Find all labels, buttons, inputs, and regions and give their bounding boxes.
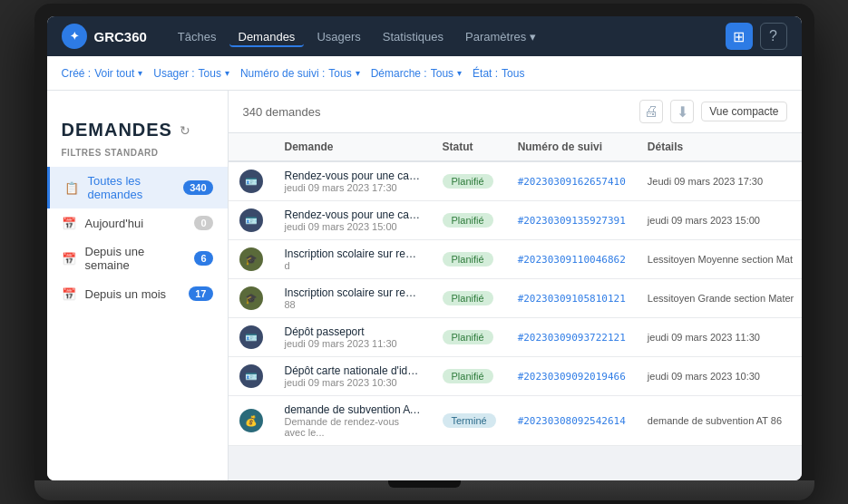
row-demand-cell: demande de subvention AT... Demande de r…	[274, 396, 432, 446]
row-detail-cell: demande de subvention AT 86	[637, 396, 802, 446]
demand-date: jeudi 09 mars 2023 11:30	[285, 338, 421, 349]
sidebar-item-today[interactable]: 📅 Aujourd'hui 0	[47, 208, 228, 237]
help-button[interactable]: ?	[760, 23, 787, 50]
table-row[interactable]: 💰 demande de subvention AT... Demande de…	[229, 396, 802, 446]
sidebar-item-month-label: Depuis un mois	[85, 287, 167, 301]
row-demand-cell: Inscription scolaire sur ren... 88	[274, 279, 432, 318]
compact-view-button[interactable]: Vue compacte	[701, 102, 786, 121]
sidebar-item-week-label: Depuis une semaine	[85, 245, 186, 272]
refresh-icon[interactable]: ↻	[180, 123, 190, 138]
tracking-number: #20230309135927391	[518, 215, 626, 227]
status-badge: Terminé	[443, 413, 496, 428]
table-row[interactable]: 🪪 Dépôt carte nationale d'ide... jeudi 0…	[229, 357, 802, 396]
row-detail-cell: Lessitoyen Moyenne section Mat	[637, 240, 802, 279]
sidebar-badge-month: 17	[189, 286, 212, 301]
nav-menu: Tâches Demandes Usagers Statistiques Par…	[169, 26, 704, 47]
sidebar-item-today-label: Aujourd'hui	[85, 217, 144, 230]
nav-taches[interactable]: Tâches	[169, 26, 226, 47]
tracking-number: #20230309110046862	[518, 254, 626, 266]
row-type-icon: 🎓	[239, 286, 263, 310]
row-type-icon: 💰	[239, 409, 263, 432]
tracking-number: #20230308092542614	[518, 415, 626, 427]
download-button[interactable]: ⬇	[670, 100, 694, 123]
print-button[interactable]: 🖨	[639, 100, 663, 123]
filter-numero[interactable]: Numéro de suivi : Tous ▾	[240, 67, 360, 80]
detail-text: jeudi 09 mars 2023 10:30	[648, 371, 760, 382]
content-actions: 🖨 ⬇ Vue compacte	[639, 100, 786, 123]
row-tracking-cell: #20230309105810121	[507, 279, 637, 318]
row-tracking-cell: #20230309093722121	[507, 318, 637, 357]
sidebar-badge-all: 340	[183, 180, 212, 195]
col-demande: Demande	[274, 133, 432, 161]
row-demand-cell: Rendez-vous pour une cart... jeudi 09 ma…	[274, 161, 432, 201]
col-details: Détails	[637, 133, 802, 161]
nav-statistiques[interactable]: Statistiques	[374, 26, 453, 47]
brand-logo[interactable]: ✦ GRC360	[62, 24, 147, 49]
row-tracking-cell: #20230309110046862	[507, 240, 637, 279]
row-status-cell: Planifié	[432, 318, 507, 357]
table-row[interactable]: 🪪 Dépôt passeport jeudi 09 mars 2023 11:…	[229, 318, 802, 357]
page-title: DEMANDES	[62, 120, 172, 141]
table-row[interactable]: 🪪 Rendez-vous pour une cart... jeudi 09 …	[229, 161, 802, 201]
status-badge: Planifié	[443, 330, 493, 344]
filter-usager[interactable]: Usager : Tous ▾	[153, 67, 229, 80]
sidebar-item-all[interactable]: 📋 Toutes les demandes 340	[47, 167, 228, 208]
col-statut: Statut	[432, 133, 507, 161]
demand-name: Rendez-vous pour une cart...	[285, 208, 421, 221]
demarche-arrow-icon: ▾	[457, 68, 462, 78]
table-row[interactable]: 🪪 Rendez-vous pour une cart... jeudi 09 …	[229, 201, 802, 240]
row-detail-cell: Jeudi 09 mars 2023 17:30	[637, 161, 802, 201]
laptop-notch	[388, 480, 461, 488]
table-row[interactable]: 🎓 Inscription scolaire sur ren... 88 Pla…	[229, 279, 802, 318]
tracking-number: #20230309092019466	[518, 371, 626, 383]
status-badge: Planifié	[443, 252, 493, 267]
usager-arrow-icon: ▾	[225, 68, 229, 78]
tracking-number: #20230309105810121	[518, 293, 626, 305]
sidebar-item-month[interactable]: 📅 Depuis un mois 17	[47, 279, 228, 308]
demand-name: Dépôt passeport	[285, 325, 421, 338]
table-row[interactable]: 🎓 Inscription scolaire sur ren... d Plan…	[229, 240, 802, 279]
topnav-right: ⊞ ?	[726, 23, 787, 50]
month-icon: 📅	[62, 287, 76, 301]
today-icon: 📅	[62, 217, 76, 230]
sidebar-badge-week: 6	[194, 251, 212, 266]
row-status-cell: Planifié	[432, 357, 507, 396]
tracking-number: #20230309162657410	[518, 176, 626, 188]
nav-parametres[interactable]: Paramètres ▾	[456, 26, 545, 47]
row-status-cell: Planifié	[432, 279, 507, 318]
demands-table: Demande Statut Numéro de suivi Détails 🪪…	[229, 133, 802, 446]
row-demand-cell: Inscription scolaire sur ren... d	[274, 240, 432, 279]
demand-name: Rendez-vous pour une cart...	[285, 170, 421, 182]
row-icon-cell: 🎓	[229, 240, 274, 279]
row-demand-cell: Rendez-vous pour une cart... jeudi 09 ma…	[274, 201, 432, 240]
filter-etat[interactable]: État : Tous	[473, 67, 524, 80]
filter-bar: Créé : Voir tout ▾ Usager : Tous ▾ Numér…	[47, 56, 802, 91]
sidebar: DEMANDES ↻ FILTRES STANDARD 📋 Toutes les…	[47, 91, 229, 480]
cree-arrow-icon: ▾	[138, 68, 142, 78]
row-icon-cell: 💰	[229, 396, 274, 446]
row-tracking-cell: #20230308092542614	[507, 396, 637, 446]
filter-demarche[interactable]: Démarche : Tous ▾	[371, 67, 462, 80]
nav-demandes[interactable]: Demandes	[229, 26, 305, 47]
sidebar-item-week[interactable]: 📅 Depuis une semaine 6	[47, 237, 228, 279]
tracking-number: #20230309093722121	[518, 332, 626, 344]
nav-usagers[interactable]: Usagers	[307, 26, 369, 47]
content-header: 340 demandes 🖨 ⬇ Vue compacte	[229, 91, 802, 133]
demand-date: jeudi 09 mars 2023 15:00	[285, 221, 421, 232]
row-status-cell: Planifié	[432, 240, 507, 279]
row-type-icon: 🪪	[239, 325, 263, 349]
demand-date: jeudi 09 mars 2023 10:30	[285, 377, 421, 388]
row-type-icon: 🪪	[239, 364, 263, 388]
content-area: 340 demandes 🖨 ⬇ Vue compacte	[229, 91, 802, 480]
status-badge: Planifié	[443, 174, 493, 189]
grid-view-button[interactable]: ⊞	[726, 23, 753, 50]
row-status-cell: Planifié	[432, 161, 507, 201]
filter-cree[interactable]: Créé : Voir tout ▾	[62, 67, 143, 80]
detail-text: jeudi 09 mars 2023 11:30	[648, 332, 760, 343]
demand-name: Dépôt carte nationale d'ide...	[285, 364, 421, 377]
demand-name: Inscription scolaire sur ren...	[285, 247, 421, 260]
status-badge: Planifié	[443, 213, 493, 228]
sidebar-badge-today: 0	[194, 216, 212, 230]
numero-arrow-icon: ▾	[356, 68, 360, 78]
detail-text: Lessitoyen Moyenne section Mat	[648, 254, 793, 265]
